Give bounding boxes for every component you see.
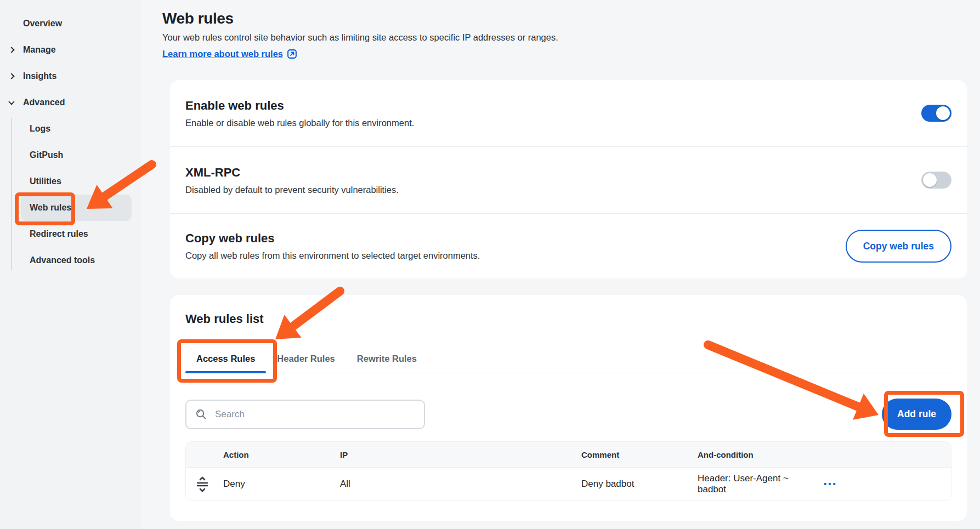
search-icon bbox=[195, 408, 207, 420]
cell-ip: All bbox=[336, 479, 577, 490]
cell-comment: Deny badbot bbox=[577, 479, 693, 490]
setting-description: Disabled by default to prevent security … bbox=[185, 185, 399, 195]
settings-card: Enable web rules Enable or disable web r… bbox=[170, 80, 967, 278]
sidebar-item-gitpush[interactable]: GitPush bbox=[0, 142, 141, 168]
enable-web-rules-toggle[interactable] bbox=[921, 105, 951, 122]
drag-handle-icon bbox=[196, 476, 209, 492]
learn-more-label: Learn more about web rules bbox=[162, 49, 283, 59]
web-rules-list-card: Web rules list Access Rules Header Rules… bbox=[170, 295, 967, 521]
table-row: Deny All Deny badbot Header: User-Agent … bbox=[186, 467, 951, 500]
tab-access-rules[interactable]: Access Rules bbox=[185, 354, 266, 373]
page-header: Web rules Your web rules control site be… bbox=[162, 10, 558, 59]
table-header-row: Action IP Comment And-condition bbox=[186, 442, 951, 467]
toggle-knob bbox=[923, 173, 937, 187]
setting-text: XML-RPC Disabled by default to prevent s… bbox=[185, 166, 399, 195]
external-link-icon bbox=[287, 49, 297, 59]
chevron-right-icon bbox=[8, 73, 14, 79]
rules-table: Action IP Comment And-condition Deny All… bbox=[185, 441, 951, 500]
toggle-knob bbox=[936, 106, 950, 120]
setting-row-xml-rpc: XML-RPC Disabled by default to prevent s… bbox=[170, 147, 967, 214]
sidebar: Overview Manage Insights Advanced Logs G… bbox=[0, 0, 141, 529]
setting-row-enable-web-rules: Enable web rules Enable or disable web r… bbox=[170, 80, 967, 147]
sidebar-advanced-sublist: Logs GitPush Utilities Web rules Redirec… bbox=[0, 116, 141, 274]
setting-description: Copy all web rules from this environment… bbox=[185, 251, 480, 261]
rules-tabs: Access Rules Header Rules Rewrite Rules bbox=[185, 354, 951, 373]
learn-more-link[interactable]: Learn more about web rules bbox=[162, 49, 297, 59]
search-input[interactable] bbox=[215, 409, 416, 420]
page-description: Your web rules control site behavior suc… bbox=[162, 32, 558, 43]
setting-row-copy-web-rules: Copy web rules Copy all web rules from t… bbox=[170, 214, 967, 278]
sidebar-item-label: Advanced bbox=[23, 98, 65, 107]
column-header-ip: IP bbox=[336, 450, 577, 459]
setting-text: Copy web rules Copy all web rules from t… bbox=[185, 231, 480, 261]
chevron-down-icon bbox=[8, 99, 14, 105]
setting-title: XML-RPC bbox=[185, 166, 399, 180]
setting-description: Enable or disable web rules globally for… bbox=[185, 118, 414, 128]
row-menu-button[interactable]: ••• bbox=[819, 479, 951, 488]
setting-title: Copy web rules bbox=[185, 231, 480, 246]
sidebar-item-label: Manage bbox=[23, 45, 56, 55]
setting-text: Enable web rules Enable or disable web r… bbox=[185, 99, 414, 128]
cell-action: Deny bbox=[219, 479, 336, 490]
search-box[interactable] bbox=[185, 400, 425, 429]
sidebar-item-redirect-rules[interactable]: Redirect rules bbox=[0, 221, 141, 247]
sidebar-item-utilities[interactable]: Utilities bbox=[0, 168, 141, 195]
setting-title: Enable web rules bbox=[185, 99, 414, 113]
column-header-and-condition: And-condition bbox=[693, 450, 819, 459]
sidebar-item-overview[interactable]: Overview bbox=[0, 10, 141, 37]
sidebar-item-logs[interactable]: Logs bbox=[0, 116, 141, 142]
column-header-comment: Comment bbox=[577, 450, 693, 459]
chevron-right-icon bbox=[8, 47, 14, 53]
copy-web-rules-button[interactable]: Copy web rules bbox=[846, 230, 951, 263]
sidebar-item-insights[interactable]: Insights bbox=[0, 63, 141, 89]
sidebar-item-advanced[interactable]: Advanced bbox=[0, 89, 141, 116]
column-header-action: Action bbox=[219, 450, 336, 459]
sidebar-item-label: Overview bbox=[23, 19, 62, 29]
tab-header-rules[interactable]: Header Rules bbox=[266, 354, 345, 373]
xml-rpc-toggle[interactable] bbox=[921, 172, 951, 189]
cell-and-condition: Header: User-Agent ~ badbot bbox=[693, 473, 819, 495]
rules-toolbar: Add rule bbox=[185, 399, 951, 430]
page-title: Web rules bbox=[162, 10, 558, 27]
sidebar-item-advanced-tools[interactable]: Advanced tools bbox=[0, 247, 141, 274]
sidebar-item-web-rules[interactable]: Web rules bbox=[21, 195, 132, 221]
add-rule-button[interactable]: Add rule bbox=[882, 399, 951, 430]
web-rules-list-title: Web rules list bbox=[185, 295, 951, 326]
sidebar-item-manage[interactable]: Manage bbox=[0, 37, 141, 63]
sidebar-item-label: Insights bbox=[23, 71, 56, 81]
tab-rewrite-rules[interactable]: Rewrite Rules bbox=[346, 354, 428, 373]
drag-handle[interactable] bbox=[186, 476, 219, 492]
